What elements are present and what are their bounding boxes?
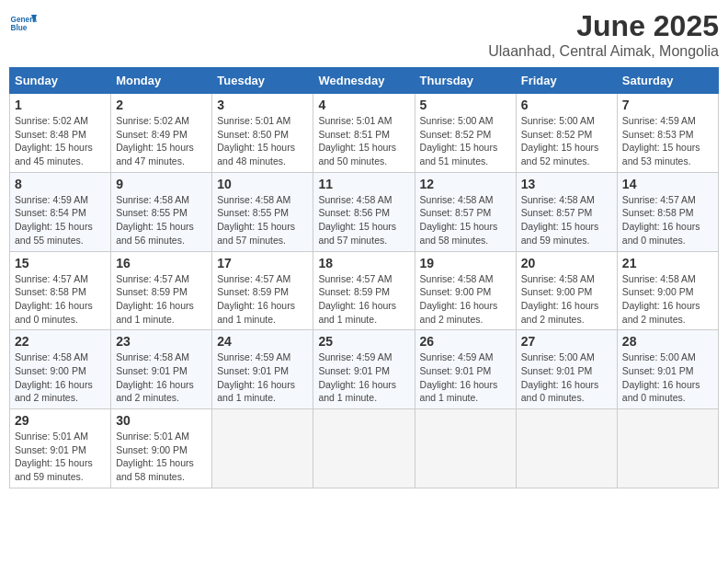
calendar-cell: 12Sunrise: 4:58 AMSunset: 8:57 PMDayligh…	[415, 172, 516, 251]
day-info: Sunrise: 4:58 AMSunset: 9:00 PMDaylight:…	[420, 272, 511, 327]
day-number: 21	[622, 256, 713, 270]
weekday-header-friday: Friday	[516, 68, 617, 94]
calendar-cell: 9Sunrise: 4:58 AMSunset: 8:55 PMDaylight…	[111, 172, 212, 251]
day-number: 27	[521, 334, 612, 349]
calendar-cell: 23Sunrise: 4:58 AMSunset: 9:01 PMDayligh…	[111, 330, 212, 409]
calendar-cell: 15Sunrise: 4:57 AMSunset: 8:58 PMDayligh…	[10, 251, 111, 330]
calendar-cell	[313, 409, 415, 488]
subtitle: Ulaanhad, Central Aimak, Mongolia	[488, 43, 719, 60]
calendar-cell: 21Sunrise: 4:58 AMSunset: 9:00 PMDayligh…	[617, 251, 718, 330]
day-number: 10	[217, 177, 308, 191]
day-number: 26	[420, 334, 511, 349]
day-number: 22	[15, 334, 106, 349]
day-number: 12	[420, 177, 511, 191]
day-number: 24	[217, 334, 308, 349]
day-info: Sunrise: 4:59 AMSunset: 8:53 PMDaylight:…	[622, 114, 713, 168]
day-number: 14	[622, 177, 713, 191]
calendar-cell: 2Sunrise: 5:02 AMSunset: 8:49 PMDaylight…	[111, 94, 212, 173]
calendar-cell: 27Sunrise: 5:00 AMSunset: 9:01 PMDayligh…	[516, 330, 617, 409]
calendar-cell: 13Sunrise: 4:58 AMSunset: 8:57 PMDayligh…	[516, 172, 617, 251]
day-info: Sunrise: 4:57 AMSunset: 8:58 PMDaylight:…	[622, 193, 713, 247]
calendar-cell: 7Sunrise: 4:59 AMSunset: 8:53 PMDaylight…	[617, 94, 718, 173]
day-number: 6	[521, 98, 612, 112]
weekday-header-tuesday: Tuesday	[212, 68, 313, 94]
day-number: 1	[15, 98, 106, 112]
day-info: Sunrise: 4:58 AMSunset: 9:00 PMDaylight:…	[622, 272, 713, 327]
day-number: 30	[116, 413, 207, 428]
day-info: Sunrise: 5:00 AMSunset: 8:52 PMDaylight:…	[420, 114, 511, 168]
calendar-cell	[212, 409, 313, 488]
day-number: 25	[318, 334, 409, 349]
day-info: Sunrise: 4:58 AMSunset: 8:55 PMDaylight:…	[217, 193, 308, 247]
day-number: 2	[116, 98, 207, 112]
day-info: Sunrise: 5:00 AMSunset: 8:52 PMDaylight:…	[521, 114, 612, 168]
calendar-cell: 11Sunrise: 4:58 AMSunset: 8:56 PMDayligh…	[313, 172, 415, 251]
day-info: Sunrise: 5:01 AMSunset: 8:51 PMDaylight:…	[318, 114, 409, 168]
week-row-4: 22Sunrise: 4:58 AMSunset: 9:00 PMDayligh…	[10, 330, 719, 409]
weekday-header-wednesday: Wednesday	[313, 68, 415, 94]
calendar-cell: 4Sunrise: 5:01 AMSunset: 8:51 PMDaylight…	[313, 94, 415, 173]
logo: General Blue	[9, 9, 37, 37]
day-number: 8	[15, 177, 106, 191]
day-info: Sunrise: 4:58 AMSunset: 8:56 PMDaylight:…	[318, 193, 409, 247]
day-info: Sunrise: 4:59 AMSunset: 8:54 PMDaylight:…	[15, 193, 106, 247]
day-info: Sunrise: 4:57 AMSunset: 8:59 PMDaylight:…	[217, 272, 308, 327]
calendar-cell: 6Sunrise: 5:00 AMSunset: 8:52 PMDaylight…	[516, 94, 617, 173]
week-row-3: 15Sunrise: 4:57 AMSunset: 8:58 PMDayligh…	[10, 251, 719, 330]
calendar-cell: 3Sunrise: 5:01 AMSunset: 8:50 PMDaylight…	[212, 94, 313, 173]
calendar-cell: 22Sunrise: 4:58 AMSunset: 9:00 PMDayligh…	[10, 330, 111, 409]
day-info: Sunrise: 4:58 AMSunset: 8:55 PMDaylight:…	[116, 193, 207, 247]
calendar-cell: 1Sunrise: 5:02 AMSunset: 8:48 PMDaylight…	[10, 94, 111, 173]
weekday-header-thursday: Thursday	[415, 68, 516, 94]
day-number: 3	[217, 98, 308, 112]
day-number: 4	[318, 98, 409, 112]
calendar-cell: 18Sunrise: 4:57 AMSunset: 8:59 PMDayligh…	[313, 251, 415, 330]
calendar-cell	[415, 409, 516, 488]
day-info: Sunrise: 4:58 AMSunset: 8:57 PMDaylight:…	[420, 193, 511, 247]
calendar-table: SundayMondayTuesdayWednesdayThursdayFrid…	[9, 67, 719, 488]
day-number: 19	[420, 256, 511, 270]
day-number: 11	[318, 177, 409, 191]
day-info: Sunrise: 4:58 AMSunset: 8:57 PMDaylight:…	[521, 193, 612, 247]
day-info: Sunrise: 5:00 AMSunset: 9:01 PMDaylight:…	[521, 350, 612, 405]
day-info: Sunrise: 4:58 AMSunset: 9:00 PMDaylight:…	[15, 350, 106, 405]
day-number: 16	[116, 256, 207, 270]
day-number: 5	[420, 98, 511, 112]
logo-icon: General Blue	[9, 9, 37, 37]
calendar-cell	[516, 409, 617, 488]
week-row-5: 29Sunrise: 5:01 AMSunset: 9:01 PMDayligh…	[10, 409, 719, 488]
day-info: Sunrise: 5:01 AMSunset: 9:00 PMDaylight:…	[116, 430, 207, 484]
page-header: General Blue June 2025 Ulaanhad, Central…	[9, 9, 719, 60]
weekday-header-sunday: Sunday	[10, 68, 111, 94]
calendar-cell: 25Sunrise: 4:59 AMSunset: 9:01 PMDayligh…	[313, 330, 415, 409]
day-info: Sunrise: 4:57 AMSunset: 8:58 PMDaylight:…	[15, 272, 106, 327]
svg-text:Blue: Blue	[11, 24, 28, 32]
calendar-cell: 8Sunrise: 4:59 AMSunset: 8:54 PMDaylight…	[10, 172, 111, 251]
calendar-cell: 20Sunrise: 4:58 AMSunset: 9:00 PMDayligh…	[516, 251, 617, 330]
day-info: Sunrise: 4:59 AMSunset: 9:01 PMDaylight:…	[420, 350, 511, 405]
calendar-cell: 29Sunrise: 5:01 AMSunset: 9:01 PMDayligh…	[10, 409, 111, 488]
day-number: 9	[116, 177, 207, 191]
calendar-cell: 26Sunrise: 4:59 AMSunset: 9:01 PMDayligh…	[415, 330, 516, 409]
day-number: 28	[622, 334, 713, 349]
calendar-cell: 24Sunrise: 4:59 AMSunset: 9:01 PMDayligh…	[212, 330, 313, 409]
calendar-cell: 17Sunrise: 4:57 AMSunset: 8:59 PMDayligh…	[212, 251, 313, 330]
day-number: 13	[521, 177, 612, 191]
weekday-header-saturday: Saturday	[617, 68, 718, 94]
calendar-cell: 30Sunrise: 5:01 AMSunset: 9:00 PMDayligh…	[111, 409, 212, 488]
day-info: Sunrise: 5:02 AMSunset: 8:48 PMDaylight:…	[15, 114, 106, 168]
day-info: Sunrise: 4:59 AMSunset: 9:01 PMDaylight:…	[217, 350, 308, 405]
day-info: Sunrise: 5:00 AMSunset: 9:01 PMDaylight:…	[622, 350, 713, 405]
week-row-2: 8Sunrise: 4:59 AMSunset: 8:54 PMDaylight…	[10, 172, 719, 251]
day-info: Sunrise: 4:58 AMSunset: 9:00 PMDaylight:…	[521, 272, 612, 327]
weekday-header-row: SundayMondayTuesdayWednesdayThursdayFrid…	[10, 68, 719, 94]
day-number: 17	[217, 256, 308, 270]
day-info: Sunrise: 4:57 AMSunset: 8:59 PMDaylight:…	[318, 272, 409, 327]
day-info: Sunrise: 4:57 AMSunset: 8:59 PMDaylight:…	[116, 272, 207, 327]
calendar-cell: 5Sunrise: 5:00 AMSunset: 8:52 PMDaylight…	[415, 94, 516, 173]
day-info: Sunrise: 4:58 AMSunset: 9:01 PMDaylight:…	[116, 350, 207, 405]
day-number: 23	[116, 334, 207, 349]
weekday-header-monday: Monday	[111, 68, 212, 94]
day-number: 7	[622, 98, 713, 112]
day-info: Sunrise: 5:01 AMSunset: 8:50 PMDaylight:…	[217, 114, 308, 168]
